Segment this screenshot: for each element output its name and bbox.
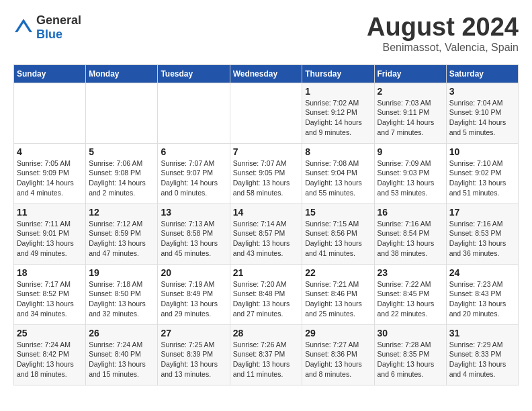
- calendar-cell: 24Sunrise: 7:23 AMSunset: 8:43 PMDayligh…: [446, 264, 518, 324]
- page-header: General Blue August 2024 Benimassot, Val…: [13, 13, 519, 54]
- calendar-cell: 14Sunrise: 7:14 AMSunset: 8:57 PMDayligh…: [230, 203, 302, 264]
- day-info: Sunrise: 7:08 AMSunset: 9:04 PMDaylight:…: [305, 158, 371, 198]
- day-number: 14: [233, 207, 300, 218]
- day-number: 6: [161, 146, 226, 157]
- day-info: Sunrise: 7:25 AMSunset: 8:39 PMDaylight:…: [161, 340, 226, 379]
- day-info: Sunrise: 7:04 AMSunset: 9:10 PMDaylight:…: [449, 98, 515, 138]
- calendar-cell: 6Sunrise: 7:07 AMSunset: 9:07 PMDaylight…: [158, 143, 230, 203]
- calendar-cell: 1Sunrise: 7:02 AMSunset: 9:12 PMDaylight…: [302, 83, 374, 143]
- day-number: 1: [305, 86, 371, 97]
- day-info: Sunrise: 7:12 AMSunset: 8:59 PMDaylight:…: [89, 219, 154, 259]
- calendar-cell: 9Sunrise: 7:09 AMSunset: 9:03 PMDaylight…: [374, 143, 446, 203]
- calendar-cell: 15Sunrise: 7:15 AMSunset: 8:56 PMDayligh…: [302, 203, 374, 264]
- day-number: 7: [233, 146, 300, 157]
- day-number: 18: [17, 267, 83, 278]
- day-info: Sunrise: 7:23 AMSunset: 8:43 PMDaylight:…: [449, 279, 515, 319]
- day-info: Sunrise: 7:16 AMSunset: 8:54 PMDaylight:…: [378, 219, 443, 259]
- calendar-cell: 28Sunrise: 7:26 AMSunset: 8:37 PMDayligh…: [230, 324, 302, 385]
- calendar-week-row: 25Sunrise: 7:24 AMSunset: 8:42 PMDayligh…: [14, 324, 519, 385]
- day-info: Sunrise: 7:11 AMSunset: 9:01 PMDaylight:…: [17, 219, 83, 259]
- calendar-cell: 18Sunrise: 7:17 AMSunset: 8:52 PMDayligh…: [14, 264, 86, 324]
- day-number: 3: [449, 86, 515, 97]
- day-number: 23: [378, 267, 443, 278]
- day-number: 15: [305, 207, 371, 218]
- calendar-cell: 26Sunrise: 7:24 AMSunset: 8:40 PMDayligh…: [86, 324, 158, 385]
- day-info: Sunrise: 7:24 AMSunset: 8:40 PMDaylight:…: [89, 340, 154, 379]
- day-number: 28: [233, 328, 300, 338]
- column-header-tuesday: Tuesday: [158, 64, 230, 83]
- column-header-thursday: Thursday: [302, 64, 374, 83]
- day-number: 11: [17, 207, 83, 218]
- day-info: Sunrise: 7:07 AMSunset: 9:07 PMDaylight:…: [161, 158, 226, 198]
- calendar-cell: 11Sunrise: 7:11 AMSunset: 9:01 PMDayligh…: [14, 203, 86, 264]
- calendar-cell: 20Sunrise: 7:19 AMSunset: 8:49 PMDayligh…: [158, 264, 230, 324]
- day-info: Sunrise: 7:09 AMSunset: 9:03 PMDaylight:…: [378, 158, 443, 198]
- day-info: Sunrise: 7:05 AMSunset: 9:09 PMDaylight:…: [17, 158, 83, 198]
- day-number: 8: [305, 146, 371, 157]
- day-info: Sunrise: 7:06 AMSunset: 9:08 PMDaylight:…: [89, 158, 154, 198]
- day-info: Sunrise: 7:24 AMSunset: 8:42 PMDaylight:…: [17, 340, 83, 379]
- calendar-week-row: 11Sunrise: 7:11 AMSunset: 9:01 PMDayligh…: [14, 203, 519, 264]
- day-number: 26: [89, 328, 154, 338]
- calendar-cell: [14, 83, 86, 143]
- day-number: 29: [305, 328, 371, 338]
- calendar-week-row: 18Sunrise: 7:17 AMSunset: 8:52 PMDayligh…: [14, 264, 519, 324]
- day-number: 4: [17, 146, 83, 157]
- title-block: August 2024 Benimassot, Valencia, Spain: [367, 13, 519, 54]
- calendar-cell: 19Sunrise: 7:18 AMSunset: 8:50 PMDayligh…: [86, 264, 158, 324]
- calendar-cell: [86, 83, 158, 143]
- calendar-cell: 29Sunrise: 7:27 AMSunset: 8:36 PMDayligh…: [302, 324, 374, 385]
- day-info: Sunrise: 7:14 AMSunset: 8:57 PMDaylight:…: [233, 219, 300, 259]
- calendar-cell: 23Sunrise: 7:22 AMSunset: 8:45 PMDayligh…: [374, 264, 446, 324]
- day-info: Sunrise: 7:02 AMSunset: 9:12 PMDaylight:…: [305, 98, 371, 138]
- calendar-cell: 17Sunrise: 7:16 AMSunset: 8:53 PMDayligh…: [446, 203, 518, 264]
- day-info: Sunrise: 7:27 AMSunset: 8:36 PMDaylight:…: [305, 340, 371, 379]
- calendar-cell: 3Sunrise: 7:04 AMSunset: 9:10 PMDaylight…: [446, 83, 518, 143]
- day-number: 22: [305, 267, 371, 278]
- day-info: Sunrise: 7:29 AMSunset: 8:33 PMDaylight:…: [449, 340, 515, 379]
- logo-text-blue: Blue: [36, 28, 62, 41]
- day-number: 16: [378, 207, 443, 218]
- column-header-friday: Friday: [374, 64, 446, 83]
- day-info: Sunrise: 7:03 AMSunset: 9:11 PMDaylight:…: [378, 98, 443, 138]
- day-info: Sunrise: 7:20 AMSunset: 8:48 PMDaylight:…: [233, 279, 300, 319]
- calendar-cell: 7Sunrise: 7:07 AMSunset: 9:05 PMDaylight…: [230, 143, 302, 203]
- calendar-week-row: 4Sunrise: 7:05 AMSunset: 9:09 PMDaylight…: [14, 143, 519, 203]
- column-header-monday: Monday: [86, 64, 158, 83]
- calendar-cell: [158, 83, 230, 143]
- calendar-cell: 2Sunrise: 7:03 AMSunset: 9:11 PMDaylight…: [374, 83, 446, 143]
- day-info: Sunrise: 7:18 AMSunset: 8:50 PMDaylight:…: [89, 279, 154, 319]
- day-number: 5: [89, 146, 154, 157]
- day-number: 12: [89, 207, 154, 218]
- column-header-sunday: Sunday: [14, 64, 86, 83]
- calendar-cell: 16Sunrise: 7:16 AMSunset: 8:54 PMDayligh…: [374, 203, 446, 264]
- calendar-header-row: SundayMondayTuesdayWednesdayThursdayFrid…: [14, 64, 519, 83]
- day-info: Sunrise: 7:10 AMSunset: 9:02 PMDaylight:…: [449, 158, 515, 198]
- day-info: Sunrise: 7:26 AMSunset: 8:37 PMDaylight:…: [233, 340, 300, 379]
- day-number: 20: [161, 267, 226, 278]
- column-header-saturday: Saturday: [446, 64, 518, 83]
- day-number: 21: [233, 267, 300, 278]
- calendar-week-row: 1Sunrise: 7:02 AMSunset: 9:12 PMDaylight…: [14, 83, 519, 143]
- day-number: 13: [161, 207, 226, 218]
- day-info: Sunrise: 7:22 AMSunset: 8:45 PMDaylight:…: [378, 279, 443, 319]
- day-number: 9: [378, 146, 443, 157]
- subtitle: Benimassot, Valencia, Spain: [367, 42, 519, 54]
- calendar-table: SundayMondayTuesdayWednesdayThursdayFrid…: [13, 64, 519, 385]
- day-info: Sunrise: 7:17 AMSunset: 8:52 PMDaylight:…: [17, 279, 83, 319]
- day-number: 31: [449, 328, 515, 338]
- day-info: Sunrise: 7:16 AMSunset: 8:53 PMDaylight:…: [449, 219, 515, 259]
- calendar-cell: 31Sunrise: 7:29 AMSunset: 8:33 PMDayligh…: [446, 324, 518, 385]
- day-number: 27: [161, 328, 226, 338]
- logo-icon: [13, 17, 34, 38]
- calendar-cell: 4Sunrise: 7:05 AMSunset: 9:09 PMDaylight…: [14, 143, 86, 203]
- logo-text-general: General: [36, 13, 81, 27]
- day-number: 19: [89, 267, 154, 278]
- column-header-wednesday: Wednesday: [230, 64, 302, 83]
- calendar-cell: 30Sunrise: 7:28 AMSunset: 8:35 PMDayligh…: [374, 324, 446, 385]
- logo: General Blue: [13, 13, 81, 42]
- day-number: 17: [449, 207, 515, 218]
- calendar-cell: 8Sunrise: 7:08 AMSunset: 9:04 PMDaylight…: [302, 143, 374, 203]
- calendar-cell: 27Sunrise: 7:25 AMSunset: 8:39 PMDayligh…: [158, 324, 230, 385]
- day-info: Sunrise: 7:07 AMSunset: 9:05 PMDaylight:…: [233, 158, 300, 198]
